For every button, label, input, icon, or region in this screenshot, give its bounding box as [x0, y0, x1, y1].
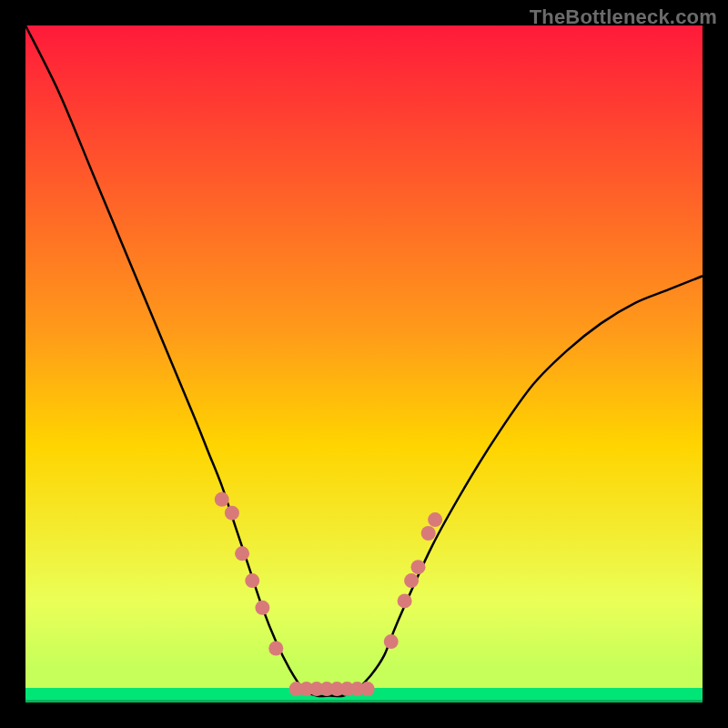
- data-marker: [384, 634, 399, 649]
- chart-frame: TheBottleneck.com: [0, 0, 728, 728]
- chart-svg: [25, 25, 703, 703]
- data-marker: [411, 560, 426, 574]
- data-marker: [360, 682, 375, 696]
- data-marker: [428, 512, 442, 527]
- data-marker: [245, 573, 259, 588]
- data-marker: [235, 546, 249, 561]
- data-marker: [421, 526, 436, 541]
- plot-area: [25, 25, 703, 703]
- data-marker: [255, 601, 269, 615]
- base-edge: [25, 700, 703, 703]
- gradient-background: [25, 25, 703, 703]
- data-marker: [215, 492, 229, 507]
- data-marker: [398, 593, 412, 608]
- data-marker: [225, 506, 239, 521]
- data-marker: [404, 573, 419, 588]
- data-marker: [268, 641, 283, 655]
